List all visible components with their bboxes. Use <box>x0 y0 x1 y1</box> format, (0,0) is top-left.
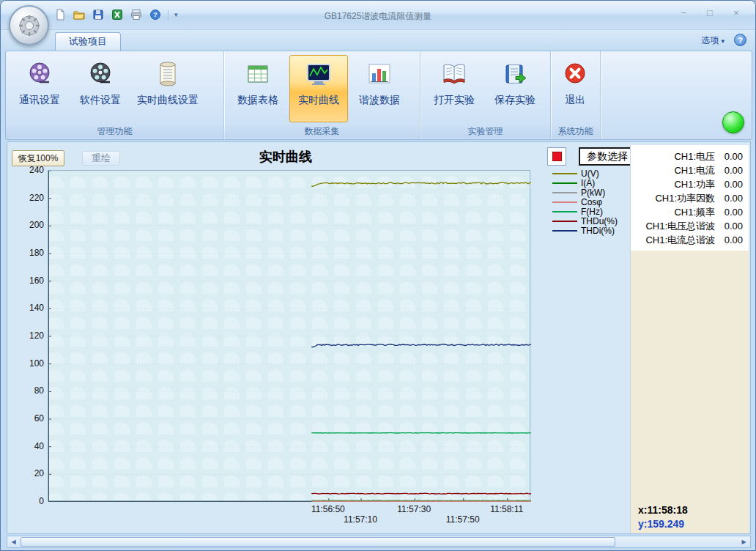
readout-value: 0.00 <box>715 234 746 245</box>
gear-icon <box>16 12 42 39</box>
close-button[interactable]: × <box>727 7 745 20</box>
x-axis-label: 11:57:50 <box>437 514 489 525</box>
readout-label: CH1:电压总谐波 <box>645 220 715 233</box>
readout-row: CH1:功率因数0.00 <box>634 191 746 205</box>
exit-button[interactable]: 退出 <box>555 55 595 122</box>
legend-item: F(Hz) <box>552 207 639 216</box>
data-table-button[interactable]: 数据表格 <box>229 55 287 122</box>
application-menu-button[interactable] <box>9 5 49 45</box>
legend-swatch <box>552 201 577 203</box>
ribbon-group-experiment: 打开实验 保存实验 实验管理 <box>420 51 551 139</box>
y-axis-label: 120 <box>19 330 44 341</box>
readout-value: 0.00 <box>715 207 746 218</box>
plot-area[interactable] <box>48 170 530 501</box>
scroll-thumb[interactable] <box>21 537 615 547</box>
readout-value: 0.00 <box>715 151 746 162</box>
realtime-curve-button[interactable]: 实时曲线 <box>289 55 348 122</box>
scroll-left-icon[interactable]: ◀ <box>7 536 20 547</box>
realtime-curve-label: 实时曲线 <box>298 94 339 107</box>
channel-readouts: CH1:电压0.00 CH1:电流0.00 CH1:功率0.00 CH1:功率因… <box>631 145 749 251</box>
save-experiment-label: 保存实验 <box>494 94 536 107</box>
exit-label: 退出 <box>565 94 585 107</box>
y-axis-label: 60 <box>19 413 44 424</box>
legend-label: THDu(%) <box>581 216 618 226</box>
table-icon <box>243 59 273 89</box>
readout-label: CH1:电流 <box>674 164 715 177</box>
readout-row: CH1:电流0.00 <box>634 163 746 177</box>
comm-settings-button[interactable]: 通讯设置 <box>10 55 69 122</box>
legend-swatch <box>552 230 577 232</box>
ribbon-group-system: 退出 系统功能 <box>551 51 601 139</box>
y-axis-label: 220 <box>19 193 44 203</box>
redraw-button[interactable]: 重绘 <box>82 151 120 166</box>
minimize-button[interactable]: − <box>675 7 692 20</box>
y-axis-label: 140 <box>19 303 44 313</box>
readout-value: 0.00 <box>715 221 746 232</box>
curve-settings-button[interactable]: 实时曲线设置 <box>132 55 204 122</box>
readout-row: CH1:电流总谐波0.00 <box>634 233 746 247</box>
title-bar: ? ▾ GB17625谐波电流限值测量 − □ × <box>1 1 755 30</box>
bar-chart-icon <box>365 59 394 89</box>
legend-item: U(V) <box>552 169 639 178</box>
readout-label: CH1:功率因数 <box>655 192 715 205</box>
y-axis-label: 40 <box>19 441 44 451</box>
save-experiment-button[interactable]: 保存实验 <box>486 55 544 122</box>
group-label-experiment: 实验管理 <box>420 125 550 138</box>
readout-row: CH1:功率0.00 <box>634 177 746 191</box>
tab-test-project[interactable]: 试验项目 <box>55 32 121 51</box>
y-axis-label: 20 <box>19 468 44 478</box>
y-axis-label: 200 <box>19 220 44 230</box>
open-experiment-label: 打开实验 <box>434 94 475 107</box>
ribbon-tab-row: 试验项目 选项 ▾ ? <box>1 30 755 51</box>
scroll-right-icon[interactable]: ▶ <box>738 536 750 547</box>
stop-button[interactable] <box>547 147 566 166</box>
readout-label: CH1:功率 <box>674 178 715 191</box>
software-settings-button[interactable]: 软件设置 <box>71 55 130 122</box>
stop-icon <box>552 152 562 161</box>
legend-item: P(kW) <box>552 188 639 197</box>
data-table-label: 数据表格 <box>237 94 278 107</box>
exit-icon <box>560 59 590 89</box>
readout-label: CH1:电流总谐波 <box>645 234 715 247</box>
waveform-screen-icon <box>304 59 333 89</box>
y-axis-label: 180 <box>19 248 44 258</box>
comm-settings-label: 通讯设置 <box>19 94 60 107</box>
cursor-y-readout: y:159.249 <box>638 518 684 530</box>
chart-title: 实时曲线 <box>198 148 374 166</box>
harmonic-data-button[interactable]: 谐波数据 <box>350 55 409 122</box>
cursor-x-readout: x:11:58:18 <box>638 504 688 516</box>
legend-label: P(kW) <box>581 188 605 198</box>
chevron-down-icon: ▾ <box>721 37 724 45</box>
horizontal-scrollbar[interactable]: ◀ ▶ <box>7 536 751 548</box>
param-select-button[interactable]: 参数选择 <box>579 147 636 166</box>
legend-label: F(Hz) <box>581 207 603 217</box>
y-axis-label: 0 <box>19 496 44 506</box>
legend-item: Cosφ <box>552 197 639 207</box>
readout-row: CH1:电压0.00 <box>634 149 746 163</box>
options-menu[interactable]: 选项 ▾ <box>701 34 724 47</box>
maximize-button[interactable]: □ <box>701 7 719 20</box>
ribbon-group-acquisition: 数据表格 实时曲线 <box>224 51 420 139</box>
x-axis-label: 11:57:30 <box>388 504 440 514</box>
legend-swatch <box>552 211 577 212</box>
ribbon-group-management: 通讯设置 软件设置 <box>6 51 224 139</box>
help-icon[interactable]: ? <box>734 34 746 46</box>
ribbon-filler <box>601 51 752 139</box>
legend-swatch <box>552 221 577 222</box>
open-experiment-button[interactable]: 打开实验 <box>425 55 483 122</box>
restore-zoom-button[interactable]: 恢复100% <box>12 150 64 166</box>
window-controls: − □ × <box>675 7 745 20</box>
ribbon: 通讯设置 软件设置 <box>5 51 752 140</box>
open-book-icon <box>440 59 469 89</box>
y-axis-label: 100 <box>19 358 44 369</box>
legend-label: Cosφ <box>581 197 602 207</box>
y-axis-label: 160 <box>19 276 44 286</box>
measurement-panel: CH1:电压0.00 CH1:电流0.00 CH1:功率0.00 CH1:功率因… <box>630 145 749 533</box>
y-axis-label: 80 <box>19 385 44 396</box>
chart-panel: 恢复100% 重绘 实时曲线 参数选择 U(V) I(A) P(kW) Cosφ… <box>7 141 751 534</box>
readout-value: 0.00 <box>715 179 746 190</box>
legend-item: THDi(%) <box>552 226 639 235</box>
readout-value: 0.00 <box>715 165 746 176</box>
legend-item: I(A) <box>552 178 639 188</box>
x-axis-label: 11:57:10 <box>335 514 386 525</box>
